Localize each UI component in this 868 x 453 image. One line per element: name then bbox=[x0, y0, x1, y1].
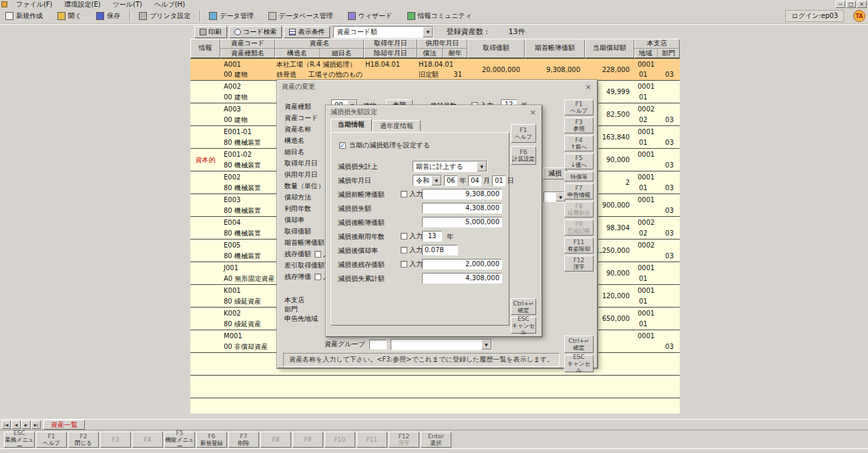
side-button-f7[interactable]: F7申告情報 bbox=[564, 183, 594, 199]
toolbar-database-button[interactable]: データベース管理 bbox=[266, 11, 336, 21]
fkey-f1[interactable]: F1ヘルプ bbox=[36, 432, 67, 448]
dept-code: 03 bbox=[665, 137, 674, 147]
toolbar-open-folder-button[interactable]: 開く bbox=[55, 11, 84, 21]
tab-current-period[interactable]: 当期情報 bbox=[331, 119, 372, 131]
amount-input[interactable]: 5,000,000 bbox=[422, 217, 502, 228]
fkey-f2[interactable]: F2閉じる bbox=[68, 432, 99, 448]
toolbar-wizard-button[interactable]: ウィザード bbox=[345, 11, 395, 21]
amount-input[interactable]: 4,308,000 bbox=[422, 273, 502, 284]
fkey-f10[interactable]: F10 bbox=[324, 432, 355, 448]
fkey-f7[interactable]: F7削除 bbox=[228, 432, 259, 448]
toolbar-data-button[interactable]: データ管理 bbox=[206, 11, 256, 21]
cell-acquired-date: H18.04.01 bbox=[364, 59, 417, 80]
maximize-button[interactable]: □ bbox=[846, 1, 856, 8]
header-branch: 本支店 地域部門 bbox=[634, 39, 680, 58]
day-input[interactable]: 01 bbox=[492, 175, 505, 186]
field-label: 資産種類 bbox=[284, 102, 311, 111]
era-select[interactable]: 令和▼ bbox=[413, 175, 442, 186]
input-checkbox[interactable]: 入力 bbox=[401, 260, 423, 269]
menu-item-0[interactable]: ファイル(F) bbox=[10, 1, 59, 8]
toolbar-button-label: 情報コミュニティ bbox=[418, 11, 472, 21]
menu-items: ファイル(F)環境設定(E)ツール(T)ヘルプ(H) bbox=[10, 0, 191, 9]
input-checkbox[interactable]: 入力 bbox=[401, 232, 423, 241]
cell-info bbox=[190, 103, 220, 125]
asset-code: A002 bbox=[224, 81, 274, 91]
side-button-f3[interactable]: F3参照 bbox=[564, 117, 594, 133]
print-button[interactable]: 印刷 bbox=[194, 26, 227, 38]
side-button-f8[interactable]: F8経費割合 bbox=[564, 201, 594, 217]
input-checkbox[interactable]: 入力 bbox=[401, 246, 423, 255]
years-input[interactable]: 13 bbox=[422, 231, 442, 242]
close-icon[interactable]: × bbox=[584, 83, 593, 91]
sort-order-select[interactable]: 資産コード順 ▼ bbox=[333, 26, 433, 38]
impairment-button[interactable]: 減損 bbox=[543, 167, 567, 179]
calc-settings-button[interactable]: F6 計算設定 bbox=[511, 146, 536, 165]
fkey-f4[interactable]: F4 bbox=[132, 432, 163, 448]
toolbar-save-button[interactable]: 保存 bbox=[93, 11, 123, 21]
confirm-button[interactable]: Ctrl+↵ 確定 bbox=[511, 298, 536, 315]
last-page-button[interactable]: ▶| bbox=[31, 420, 41, 429]
impairment-timing-select[interactable]: 期首に計上する▼ bbox=[413, 161, 487, 172]
fkey-f3[interactable]: F3 bbox=[100, 432, 131, 448]
fkey-f8[interactable]: F8 bbox=[260, 432, 291, 448]
fkey-f6[interactable]: F6新規登録 bbox=[196, 432, 227, 448]
code-search-button[interactable]: コード検索 bbox=[229, 26, 282, 38]
side-button-f11[interactable]: F11有姿除却 bbox=[564, 238, 594, 254]
input-checkbox[interactable]: 入力 bbox=[401, 189, 423, 199]
close-button[interactable]: × bbox=[857, 1, 867, 8]
header-acquisition-cost: 取得価額 bbox=[467, 39, 525, 58]
menu-item-1[interactable]: 環境設定(E) bbox=[59, 1, 107, 8]
side-button-f9[interactable]: F9圧縮記帳 bbox=[564, 219, 594, 236]
cancel-button[interactable]: ESC キャンセル bbox=[564, 355, 594, 372]
fkey-f11[interactable]: F11 bbox=[357, 432, 387, 448]
enable-impairment-checkbox[interactable]: ✓ 当期の減損処理を設定する bbox=[339, 141, 430, 150]
confirm-button[interactable]: Ctrl+↵ 確定 bbox=[564, 336, 594, 353]
field-label: 償却率 bbox=[284, 215, 304, 225]
amount-input[interactable]: 9,308,000 bbox=[422, 189, 502, 199]
fkey-f5[interactable]: F5機能メニュー bbox=[164, 432, 195, 448]
menu-item-2[interactable]: ツール(T) bbox=[107, 1, 148, 8]
table-row[interactable]: A00100 建物本社工場（R.4 減損処理）鉄骨造工場その他のものH18.04… bbox=[190, 58, 680, 81]
printer-icon bbox=[200, 29, 206, 35]
fkey-esc[interactable]: ESC業務メニュー bbox=[4, 432, 35, 448]
side-button-special[interactable]: 特償等 bbox=[564, 171, 594, 181]
asset-group-select[interactable]: ▼ bbox=[391, 339, 492, 350]
toolbar-new-document-button[interactable]: 新規作成 bbox=[3, 11, 45, 21]
cell-asset-code: E00480 機械装置 bbox=[220, 217, 275, 239]
tab-asset-list[interactable]: 資産一覧 bbox=[43, 420, 85, 430]
prev-page-button[interactable]: ◀ bbox=[11, 420, 21, 429]
method-select-fragment[interactable]: ▼ bbox=[544, 191, 566, 202]
cell-asset-code: A00100 建物 bbox=[220, 59, 275, 80]
search-icon bbox=[234, 29, 241, 35]
cancel-button[interactable]: ESC キャンセル bbox=[511, 317, 536, 334]
new-document-icon bbox=[5, 12, 13, 20]
side-button-f12[interactable]: F12漢字 bbox=[564, 256, 594, 272]
menu-item-3[interactable]: ヘルプ(H) bbox=[148, 1, 191, 8]
amount-input[interactable]: 2,000,000 bbox=[422, 259, 502, 270]
tab-prior-years[interactable]: 過年度情報 bbox=[373, 120, 421, 131]
help-button[interactable]: F1 ヘルプ bbox=[511, 124, 536, 143]
side-button-f5[interactable]: F5↓後へ bbox=[564, 153, 594, 169]
toolbar-printer-button[interactable]: プリンタ設定 bbox=[136, 11, 193, 21]
side-button-f4[interactable]: F4↑前へ bbox=[564, 135, 594, 151]
asset-group-code-input[interactable] bbox=[369, 340, 387, 350]
display-condition-button[interactable]: 表示条件 bbox=[284, 26, 330, 38]
fkey-enter[interactable]: Enter選択 bbox=[421, 432, 451, 448]
fkey-f12[interactable]: F12漢字 bbox=[389, 432, 419, 448]
field-label: 残存価額 bbox=[284, 250, 311, 259]
minimize-button[interactable]: − bbox=[835, 1, 845, 8]
asset-name: 本社工場（R.4 減損処理） bbox=[276, 59, 363, 69]
area-code: 01 bbox=[639, 296, 648, 306]
fkey-f9[interactable]: F9 bbox=[292, 432, 323, 448]
year-input[interactable]: 06 bbox=[444, 175, 457, 186]
close-icon[interactable]: × bbox=[528, 108, 537, 117]
amount-input[interactable]: 4,308,000 bbox=[422, 203, 502, 213]
month-input[interactable]: 04 bbox=[468, 175, 481, 186]
first-page-button[interactable]: |◀ bbox=[1, 420, 11, 429]
next-page-button[interactable]: ▶ bbox=[21, 420, 31, 429]
side-button-f1[interactable]: F1ヘルプ bbox=[564, 99, 594, 115]
rate-input[interactable]: 0.078 bbox=[422, 245, 458, 256]
toolbar-community-button[interactable]: 情報コミュニティ bbox=[405, 11, 475, 21]
impairment-field-row: 減損後残存価額入力2,000,000 bbox=[331, 258, 509, 272]
branch-code: 0002 bbox=[636, 104, 678, 114]
